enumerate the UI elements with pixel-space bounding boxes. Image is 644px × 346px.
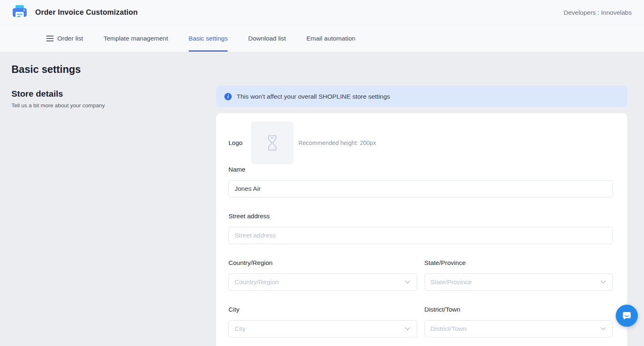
tab-template-management[interactable]: Template management (104, 25, 168, 52)
account-label: Developers : Innovelabs (564, 9, 632, 16)
hourglass-icon (265, 134, 279, 152)
city-label: City (228, 306, 417, 313)
street-address-field-group: Street address (228, 213, 613, 244)
chat-bubble-icon (621, 310, 632, 321)
menu-icon[interactable] (46, 36, 54, 41)
printer-icon (11, 5, 28, 21)
city-select[interactable]: City (228, 320, 417, 337)
city-field-group: City City (228, 306, 417, 337)
logo-label: Logo (228, 139, 246, 147)
tab-basic-settings[interactable]: Basic settings (189, 25, 228, 52)
country-region-label: Country/Region (228, 259, 417, 267)
info-banner: i This won't affect your overall SHOPLIN… (216, 86, 627, 107)
address-selects-grid: Country/Region Country/Region State/Prov… (228, 259, 613, 337)
chat-launcher-button[interactable] (616, 305, 638, 327)
logo-upload-box[interactable] (251, 122, 294, 164)
chevron-down-icon (405, 280, 410, 284)
store-details-form-area: i This won't affect your overall SHOPLIN… (216, 86, 627, 346)
country-region-field-group: Country/Region Country/Region (228, 259, 417, 291)
tab-order-list[interactable]: Order list (57, 25, 83, 52)
district-town-select-value: District/Town (431, 325, 467, 332)
district-town-field-group: District/Town District/Town (425, 306, 613, 337)
store-details-section-info: Store details Tell us a bit more about y… (11, 86, 216, 346)
chevron-down-icon (405, 327, 410, 330)
state-province-label: State/Province (425, 259, 613, 267)
logo-hint: Recommended height: 200px (298, 140, 376, 146)
street-address-label: Street address (228, 213, 613, 220)
city-select-value: City (235, 325, 246, 332)
country-region-select-value: Country/Region (235, 278, 279, 286)
country-region-select[interactable]: Country/Region (228, 274, 417, 291)
app-header: Order Invoice Customization Developers :… (0, 0, 644, 25)
state-province-field-group: State/Province State/Province (425, 259, 613, 291)
chevron-down-icon (601, 280, 606, 284)
name-field-group: Name (228, 166, 613, 197)
store-details-card: Logo Recommended height: 200px Name (216, 113, 627, 346)
logo-row: Logo Recommended height: 200px (228, 122, 613, 164)
state-province-select[interactable]: State/Province (425, 274, 613, 291)
district-town-label: District/Town (425, 306, 613, 313)
app-title: Order Invoice Customization (35, 8, 138, 17)
info-banner-text: This won't affect your overall SHOPLINE … (237, 93, 390, 100)
section-heading: Store details (11, 89, 216, 99)
main-content: Basic settings Store details Tell us a b… (0, 52, 644, 346)
tab-bar: Order list Template management Basic set… (0, 25, 644, 52)
street-address-input[interactable] (228, 227, 613, 244)
chevron-down-icon (601, 327, 606, 330)
name-input[interactable] (228, 180, 613, 197)
district-town-select[interactable]: District/Town (425, 320, 613, 337)
state-province-select-value: State/Province (431, 278, 472, 286)
name-label: Name (228, 166, 613, 173)
page-title: Basic settings (11, 63, 627, 75)
info-icon: i (224, 93, 232, 100)
section-subheading: Tell us a bit more about your company (11, 102, 216, 109)
tab-download-list[interactable]: Download list (248, 25, 286, 52)
tab-email-automation[interactable]: Email automation (306, 25, 355, 52)
